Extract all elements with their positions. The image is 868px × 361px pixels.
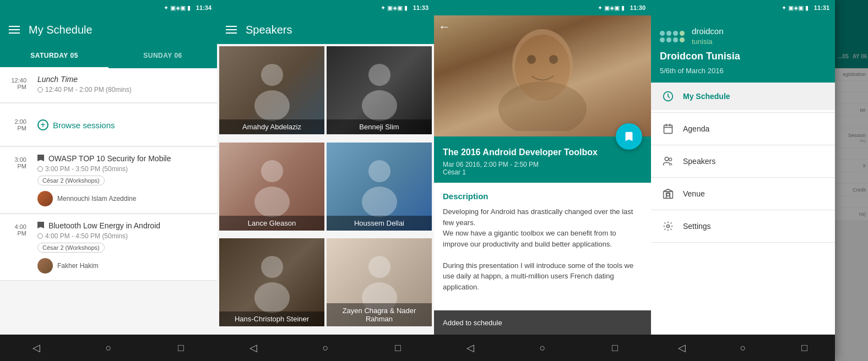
svg-point-8: [261, 256, 283, 278]
bottom-nav-2: ◁ ○ □: [217, 335, 434, 361]
added-to-schedule-bar: Added to schedule: [434, 310, 651, 335]
session-title-bluetooth: Bluetooth Low Energy in Android: [37, 221, 210, 230]
home-nav-btn-1[interactable]: ○: [97, 337, 120, 359]
status-time-1: 11:34: [196, 4, 211, 11]
bookmark-icon-owasp: [37, 155, 44, 161]
svg-point-20: [669, 158, 672, 161]
divider-5: [651, 242, 835, 243]
screen3-session-detail: ✦ ▣◈▣ ▮ 11:30 ← The 2016 Android: [434, 0, 651, 361]
svg-point-1: [254, 90, 290, 121]
battery-icon-3: ▮: [621, 4, 625, 12]
browse-sessions-button[interactable]: + Browse sessions: [31, 111, 122, 139]
battery-icon-2: ▮: [404, 4, 408, 12]
status-bar-2: ✦ ▣◈▣ ▮ 11:33: [217, 0, 434, 15]
back-nav-btn-2[interactable]: ◁: [242, 337, 264, 359]
recents-nav-btn-1[interactable]: □: [170, 337, 192, 359]
gear-menu-icon: [662, 220, 674, 232]
calendar-menu-icon: [662, 123, 674, 135]
speaker-card-lance[interactable]: Lance Gleason: [219, 143, 324, 231]
logo-text-tunisia: tunisia: [692, 37, 713, 46]
svg-rect-22: [667, 193, 670, 196]
app-title-1: My Schedule: [29, 24, 93, 36]
recents-nav-btn-3[interactable]: □: [604, 337, 626, 359]
status-bar-4: ✦ ▣◈▣ ▮ 11:31: [651, 0, 835, 15]
status-icons-3: ✦ ▣◈▣ ▮: [598, 4, 625, 12]
speaker-avatar-mennouchi: [37, 191, 53, 206]
drawer-item-my-schedule[interactable]: My Schedule: [651, 83, 835, 110]
speaker-card-houssem[interactable]: Houssem Dellai: [327, 143, 432, 231]
tab-sunday-1[interactable]: SUNDAY 06: [109, 44, 217, 68]
speaker-card-name-hans: Hans-Christoph Steiner: [219, 311, 324, 326]
bookmark-icon-bluetooth: [37, 222, 44, 228]
fab-bookmark-button[interactable]: [616, 123, 642, 150]
back-nav-btn-4[interactable]: ◁: [671, 337, 693, 359]
settings-label: Settings: [683, 222, 711, 231]
drawer-item-speakers[interactable]: Speakers: [651, 147, 835, 175]
session-detail-lunch: 12:40 PM - 2:00 PM (80mins): [37, 86, 210, 94]
speaker-card-benneji[interactable]: Benneji Slim: [327, 46, 432, 134]
svg-point-9: [254, 282, 290, 313]
clock-icon-owasp: [37, 166, 43, 172]
divider-2: [651, 145, 835, 145]
app-title-2: Speakers: [246, 24, 292, 36]
clock-icon-lunch: [37, 87, 43, 92]
home-nav-btn-2[interactable]: ○: [314, 337, 337, 359]
speaker-card-name-lance: Lance Gleason: [219, 216, 324, 231]
drawer-scrim[interactable]: [835, 0, 868, 361]
clock-icon-bluetooth: [37, 233, 43, 239]
status-time-4: 11:31: [814, 4, 829, 11]
droidcon-logo: droidcon tunisia: [660, 26, 826, 46]
recents-nav-btn-4[interactable]: □: [793, 337, 815, 359]
speaker-card-amahdy[interactable]: Amahdy Abdelaziz: [219, 46, 324, 134]
speakers-grid[interactable]: Amahdy Abdelaziz Benneji Slim Lance Glea…: [217, 44, 434, 335]
drawer-item-agenda[interactable]: Agenda: [651, 115, 835, 143]
hamburger-menu-icon-2[interactable]: [226, 26, 237, 34]
status-time-2: 11:33: [413, 4, 428, 11]
bluetooth-icon: ✦: [164, 4, 169, 12]
bluetooth-icon-3: ✦: [598, 4, 603, 12]
time-label-lunch: 12:40PM: [0, 75, 31, 96]
session-meta-date: Mar 06 2016, 2:00 PM - 2:50 PM: [443, 161, 642, 168]
drawer-item-settings[interactable]: Settings: [651, 212, 835, 240]
browse-sessions-label: Browse sessions: [53, 121, 115, 130]
back-nav-btn-3[interactable]: ◁: [459, 337, 481, 359]
status-bar-1: ✦ ▣◈▣ ▮ 11:34: [0, 0, 217, 15]
home-nav-btn-4[interactable]: ○: [732, 337, 754, 359]
drawer-menu: My Schedule Agenda: [651, 83, 835, 335]
drawer-event-name: Droidcon Tunisia: [660, 51, 826, 62]
drawer-header: droidcon tunisia Droidcon Tunisia 5/6th …: [651, 15, 835, 83]
home-nav-btn-3[interactable]: ○: [531, 337, 554, 359]
speaker-name-fakher: Fakher Hakim: [57, 262, 99, 270]
back-nav-btn-1[interactable]: ◁: [25, 337, 47, 359]
session-title-lunch: Lunch Time: [37, 75, 210, 84]
screen4-drawer: ...05 AY 06 egistration ter Session ns) …: [651, 0, 868, 361]
tab-saturday-1[interactable]: SATURDAY 05: [0, 44, 109, 68]
svg-point-5: [254, 187, 290, 217]
schedule-item-lunch: 12:40PM Lunch Time 12:40 PM - 2:00 PM (8…: [0, 68, 217, 103]
svg-point-2: [368, 64, 390, 86]
venue-label: Venue: [683, 189, 705, 198]
drawer-item-venue[interactable]: Venue: [651, 180, 835, 207]
schedule-item-bluetooth: 4:00PM Bluetooth Low Energy in Android 4…: [0, 215, 217, 281]
schedule-list-1[interactable]: 12:40PM Lunch Time 12:40 PM - 2:00 PM (8…: [0, 68, 217, 335]
signal-icons: ▣◈▣: [170, 4, 186, 12]
speaker-card-zayen[interactable]: Zayen Chagra & Nader Rahman: [327, 238, 432, 326]
status-icons-4: ✦ ▣◈▣ ▮: [782, 4, 809, 12]
speaker-card-name-houssem: Houssem Dellai: [327, 216, 432, 231]
speaker-card-hans[interactable]: Hans-Christoph Steiner: [219, 238, 324, 326]
svg-point-14: [527, 55, 536, 64]
hamburger-menu-icon-1[interactable]: [9, 26, 20, 34]
signal-icons-4: ▣◈▣: [788, 4, 804, 12]
session-body[interactable]: Description Developing for Android has d…: [434, 183, 651, 310]
session-meta-room: César 1: [443, 168, 642, 176]
logo-text-droidcon: droidcon: [692, 26, 724, 36]
session-detail-bluetooth: 4:00 PM - 4:50 PM (50mins): [37, 232, 210, 240]
speaker-row-owasp: Mennouchi Islam Azeddine: [37, 191, 210, 206]
recents-nav-btn-2[interactable]: □: [387, 337, 409, 359]
person-menu-icon: [662, 155, 674, 167]
svg-point-15: [549, 55, 558, 64]
plus-circle-icon: +: [37, 119, 48, 130]
back-button-3[interactable]: ←: [438, 20, 451, 34]
bottom-nav-4: ◁ ○ □: [651, 335, 835, 361]
signal-icons-3: ▣◈▣: [604, 4, 620, 12]
